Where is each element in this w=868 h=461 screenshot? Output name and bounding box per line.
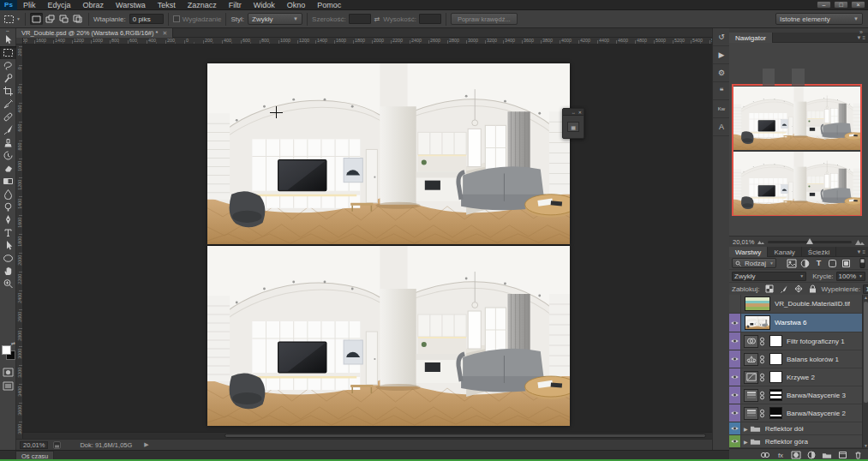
- layer-visibility-toggle[interactable]: [729, 386, 741, 404]
- document-tab[interactable]: VR_Double.psd @ 20% (Warstwa 6,RGB/16#) …: [16, 28, 173, 38]
- layer-mask-thumbnail[interactable]: [769, 335, 782, 347]
- layer-mask-thumbnail[interactable]: [769, 407, 782, 419]
- tab-ścieżki[interactable]: Ścieżki: [802, 247, 836, 257]
- layer-name[interactable]: VR_Double.MaterialID.tif: [775, 300, 850, 308]
- layer-name[interactable]: Barwa/Nasycenie 3: [787, 392, 846, 399]
- menu-widok[interactable]: Widok: [248, 0, 281, 10]
- navigator-zoom-slider[interactable]: [768, 241, 852, 243]
- status-zoom-field[interactable]: 20,01%: [20, 441, 48, 449]
- layer-row[interactable]: Krzywe 2: [729, 368, 862, 386]
- new-layer-icon[interactable]: [837, 451, 847, 459]
- menu-zaznacz[interactable]: Zaznacz: [182, 0, 223, 10]
- new-adjustment-layer-icon[interactable]: [806, 451, 817, 459]
- blend-mode-dropdown[interactable]: Zwykły ▼: [732, 272, 806, 281]
- layer-name[interactable]: Filtr fotograficzny 1: [787, 338, 845, 345]
- material-id-thumbnail[interactable]: [745, 296, 770, 311]
- smart-filter-icon[interactable]: [841, 259, 852, 268]
- tab-navigator[interactable]: Nawigator: [729, 33, 773, 43]
- layer-row[interactable]: Barwa/Nasycenie 2: [729, 404, 862, 422]
- rectangular-marquee-tool[interactable]: [0, 46, 16, 59]
- photo-filter-icon[interactable]: [744, 335, 758, 348]
- panorama-image-top[interactable]: [207, 63, 570, 244]
- layer-visibility-toggle[interactable]: [729, 332, 741, 350]
- layer-name[interactable]: Barwa/Nasycenie 2: [787, 410, 846, 417]
- opacity-value[interactable]: 100% ▼: [836, 272, 865, 281]
- path-selection-tool[interactable]: [0, 239, 16, 252]
- menu-obraz[interactable]: Obraz: [77, 0, 111, 10]
- menu-okno[interactable]: Okno: [281, 0, 312, 10]
- layer-row[interactable]: VR_Double.MaterialID.tif: [729, 295, 862, 314]
- layer-row[interactable]: Balans kolorów 1: [729, 350, 862, 368]
- new-group-icon[interactable]: [822, 452, 832, 459]
- subtract-selection-button[interactable]: [57, 13, 70, 25]
- curves-icon[interactable]: [744, 371, 758, 384]
- tab-warstwy[interactable]: Warstwy: [729, 247, 768, 257]
- link-layers-icon[interactable]: [760, 452, 770, 458]
- screen-mode-button[interactable]: [0, 380, 16, 392]
- collapse-panel-icon[interactable]: ↔: [572, 110, 576, 115]
- minimize-button[interactable]: –: [817, 1, 831, 9]
- delete-layer-icon[interactable]: [853, 451, 863, 459]
- notes-panel-icon[interactable]: ❝: [713, 82, 730, 100]
- clone-stamp-tool[interactable]: [0, 136, 16, 149]
- quick-mask-button[interactable]: [0, 366, 16, 378]
- close-tab-icon[interactable]: ✕: [163, 30, 168, 37]
- type-filter-icon[interactable]: T: [813, 259, 824, 268]
- zoom-out-mountains-icon[interactable]: [757, 239, 764, 244]
- collapsed-floating-panel[interactable]: ↔✕ ▦: [562, 108, 584, 139]
- character-panel-icon[interactable]: A: [713, 118, 730, 136]
- history-brush-tool[interactable]: [0, 149, 16, 162]
- workspace-dropdown[interactable]: Istotne elementy ▼: [775, 13, 863, 25]
- kuler-panel-icon[interactable]: Kw: [713, 100, 730, 118]
- panel-menu-icon[interactable]: ▼≡: [857, 247, 868, 256]
- layers-scrollbar[interactable]: ▲ ▼: [862, 295, 868, 448]
- zoom-tool[interactable]: [0, 278, 16, 290]
- adjustment-filter-icon[interactable]: [799, 259, 811, 268]
- panorama-image-bottom[interactable]: [207, 246, 570, 426]
- crop-tool[interactable]: [0, 85, 16, 98]
- layer-row[interactable]: ▶Reflektor góra: [729, 435, 862, 448]
- layer-row[interactable]: Warstwa 6: [729, 314, 862, 332]
- filter-toggle-icon[interactable]: [859, 258, 865, 268]
- close-button[interactable]: ×: [851, 1, 865, 9]
- quick-selection-tool[interactable]: [0, 72, 16, 85]
- tool-preset-picker[interactable]: ▼: [0, 14, 21, 25]
- navigator-preview[interactable]: [729, 43, 868, 236]
- shape-filter-icon[interactable]: [827, 259, 838, 268]
- layer-mask-thumbnail[interactable]: [769, 371, 782, 383]
- pen-tool[interactable]: [0, 213, 16, 226]
- blur-tool[interactable]: [0, 188, 16, 201]
- layer-name[interactable]: Balans kolorów 1: [787, 356, 839, 363]
- layer-visibility-toggle[interactable]: [729, 422, 741, 434]
- lock-position-icon[interactable]: [793, 284, 804, 293]
- panel-thumbnail-icon[interactable]: ▦: [567, 122, 579, 132]
- maximize-button[interactable]: □: [834, 1, 848, 9]
- zoom-in-mountains-icon[interactable]: [855, 238, 865, 245]
- layer-name[interactable]: Reflektor dół: [765, 425, 804, 433]
- lock-transparency-icon[interactable]: [763, 284, 775, 293]
- lock-pixels-icon[interactable]: [778, 284, 789, 293]
- style-dropdown[interactable]: Zwykły ▼: [248, 13, 302, 25]
- hue-saturation-icon[interactable]: [744, 389, 758, 402]
- antialias-checkbox[interactable]: [173, 15, 180, 22]
- scrollbar-thumb[interactable]: [224, 434, 706, 438]
- scroll-up-icon[interactable]: ▲: [863, 295, 868, 300]
- layer-mask-thumbnail[interactable]: [769, 389, 782, 401]
- filter-kind-dropdown[interactable]: Rodzaj ▼: [732, 258, 776, 268]
- feather-input[interactable]: 0 piks: [129, 14, 164, 24]
- layer-name[interactable]: Warstwa 6: [775, 319, 807, 326]
- menu-warstwa[interactable]: Warstwa: [110, 0, 152, 10]
- foreground-color-swatch[interactable]: [2, 345, 11, 355]
- eraser-tool[interactable]: [0, 162, 16, 175]
- layer-thumbnail[interactable]: [745, 315, 770, 330]
- hand-tool[interactable]: [0, 265, 16, 278]
- add-selection-button[interactable]: [44, 13, 57, 25]
- menu-tekst[interactable]: Tekst: [152, 0, 182, 10]
- height-input[interactable]: [419, 14, 441, 24]
- close-panel-icon[interactable]: ✕: [578, 110, 582, 115]
- pixel-filter-icon[interactable]: [786, 259, 797, 268]
- refine-edge-button[interactable]: Popraw krawędź...: [451, 13, 518, 25]
- layer-mask-thumbnail[interactable]: [769, 353, 782, 365]
- layer-row[interactable]: Filtr fotograficzny 1: [729, 332, 862, 350]
- layer-visibility-toggle[interactable]: [729, 295, 741, 313]
